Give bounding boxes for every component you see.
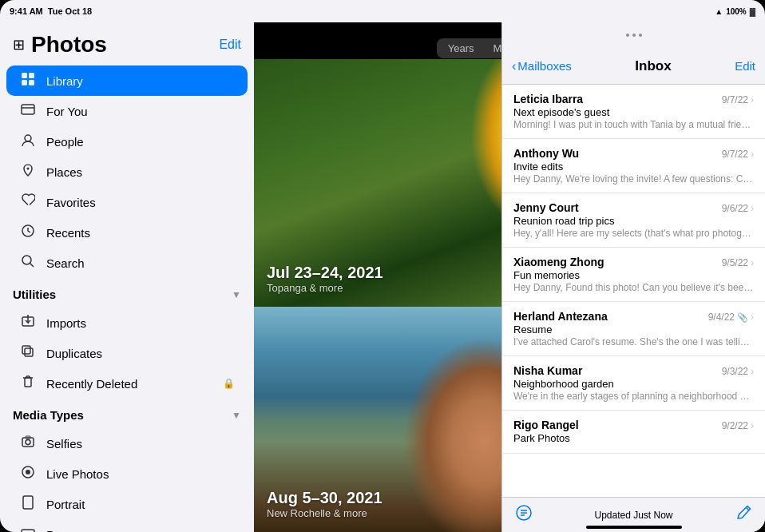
- mail-date-0: 9/7/22 ›: [722, 94, 754, 105]
- svg-rect-4: [22, 105, 34, 114]
- mail-subject-5: Neighborhood garden: [513, 378, 754, 390]
- mail-item-3[interactable]: Xiaomeng Zhong 9/5/22 › Fun memories Hey…: [502, 248, 765, 302]
- mail-item-2[interactable]: Jenny Court 9/6/22 › Reunion road trip p…: [502, 193, 765, 248]
- mail-sender-3: Xiaomeng Zhong: [513, 256, 604, 268]
- mail-date-6: 9/2/22 ›: [722, 420, 754, 431]
- mail-sender-1: Anthony Wu: [513, 147, 579, 160]
- recently-deleted-icon: [19, 375, 37, 392]
- svg-rect-18: [22, 438, 34, 447]
- mail-subject-2: Reunion road trip pics: [513, 215, 754, 227]
- photos-content: Years Months Days Jul 23–24, 2021 Topang…: [254, 22, 765, 532]
- mail-preview-4: I've attached Carol's resume. She's the …: [513, 336, 754, 347]
- media-types-section-header[interactable]: Media Types ▼: [0, 402, 254, 425]
- sidebar-item-search[interactable]: Search: [6, 248, 248, 278]
- places-label: Places: [46, 165, 235, 179]
- mail-item-5[interactable]: Nisha Kumar 9/3/22 › Neighborhood garden…: [502, 356, 765, 411]
- favorites-label: Favorites: [46, 196, 235, 209]
- attachment-icon: 📎: [737, 312, 748, 323]
- svg-rect-0: [22, 73, 27, 78]
- sidebar-edit-button[interactable]: Edit: [219, 38, 241, 52]
- mail-preview-0: Morning! I was put in touch with Tania b…: [513, 119, 754, 130]
- mail-item-6[interactable]: Rigo Rangel 9/2/22 › Park Photos: [502, 411, 765, 454]
- mail-item-4[interactable]: Herland Antezana 9/4/22 📎 › Resume I've …: [502, 302, 765, 356]
- library-label: Library: [46, 74, 235, 88]
- mail-header: ‹ Mailboxes Inbox Edit: [502, 48, 765, 85]
- sidebar-main-section: Library For You: [0, 62, 254, 281]
- sidebar-item-library[interactable]: Library: [6, 66, 248, 96]
- sidebar-item-favorites[interactable]: Favorites: [6, 187, 248, 217]
- dot-1: [626, 34, 629, 37]
- sidebar-item-duplicates[interactable]: Duplicates: [6, 338, 248, 368]
- sidebar-item-portrait[interactable]: Portrait: [6, 489, 248, 519]
- svg-line-10: [30, 264, 34, 268]
- mail-preview-3: Hey Danny, Found this photo! Can you bel…: [513, 282, 754, 293]
- mail-compose-button[interactable]: [735, 504, 752, 526]
- sidebar: ⊞ Photos Edit Library: [0, 22, 254, 532]
- mailboxes-label: Mailboxes: [517, 59, 572, 73]
- sidebar-item-selfies[interactable]: Selfies: [6, 428, 248, 459]
- mail-sender-6: Rigo Rangel: [513, 419, 579, 431]
- lock-icon: 🔒: [223, 378, 235, 389]
- live-photos-label: Live Photos: [46, 467, 235, 481]
- mail-preview-1: Hey Danny, We're loving the invite! A fe…: [513, 173, 754, 185]
- mail-edit-button[interactable]: Edit: [735, 59, 755, 73]
- chevron-icon: ›: [751, 420, 754, 431]
- mail-sender-5: Nisha Kumar: [513, 364, 582, 377]
- mail-subject-6: Park Photos: [513, 432, 754, 444]
- photo-location-1: Topanga & more: [267, 282, 383, 294]
- recently-deleted-label: Recently Deleted: [46, 377, 210, 391]
- mail-subject-4: Resume: [513, 324, 754, 335]
- battery-level: 100%: [726, 7, 747, 16]
- mail-panel: ‹ Mailboxes Inbox Edit Leticia Ibarra 9/…: [501, 22, 765, 532]
- chevron-icon: ›: [751, 366, 754, 377]
- dot-2: [632, 34, 636, 37]
- svg-point-19: [26, 440, 30, 445]
- mail-date-2: 9/6/22 ›: [722, 203, 754, 214]
- svg-rect-14: [25, 378, 31, 387]
- tab-years[interactable]: Years: [438, 40, 484, 57]
- sidebar-item-recents[interactable]: Recents: [6, 217, 248, 248]
- mail-sender-0: Leticia Ibarra: [513, 93, 583, 105]
- panoramas-icon: [19, 526, 37, 532]
- library-icon: [19, 72, 37, 89]
- sidebar-item-places[interactable]: Places: [6, 157, 248, 187]
- mail-date-3: 9/5/22 ›: [722, 257, 754, 268]
- mail-back-button[interactable]: ‹ Mailboxes: [512, 59, 572, 73]
- sidebar-item-people[interactable]: People: [6, 126, 248, 157]
- sidebar-item-for-you[interactable]: For You: [6, 96, 248, 126]
- mail-item-1[interactable]: Anthony Wu 9/7/22 › Invite edits Hey Dan…: [502, 139, 765, 193]
- search-label: Search: [46, 256, 235, 270]
- utilities-section-header[interactable]: Utilities ▼: [0, 281, 254, 304]
- people-icon: [19, 133, 37, 150]
- sidebar-item-live-photos[interactable]: Live Photos: [6, 459, 248, 489]
- sidebar-item-imports[interactable]: Imports: [6, 308, 248, 338]
- media-types-section: Selfies Live Photos: [0, 425, 254, 532]
- sidebar-item-panoramas[interactable]: Panoramas: [6, 519, 248, 532]
- status-time: 9:41 AM: [10, 6, 43, 16]
- mail-sender-4: Herland Antezana: [513, 310, 608, 323]
- mail-date-4: 9/4/22 📎 ›: [708, 312, 754, 323]
- svg-point-22: [26, 470, 30, 474]
- home-indicator: [586, 526, 682, 529]
- panoramas-label: Panoramas: [46, 528, 235, 533]
- favorites-icon: [19, 193, 37, 211]
- chevron-icon: ›: [751, 257, 754, 268]
- mail-item-0[interactable]: Leticia Ibarra 9/7/22 › Next episode's g…: [502, 85, 765, 139]
- svg-point-9: [22, 256, 31, 264]
- svg-point-6: [25, 135, 31, 141]
- mail-list-icon[interactable]: [515, 504, 533, 526]
- dot-3: [639, 34, 642, 37]
- mail-sender-2: Jenny Court: [513, 201, 579, 214]
- mail-list: Leticia Ibarra 9/7/22 › Next episode's g…: [502, 85, 765, 497]
- mail-inbox-title: Inbox: [635, 58, 671, 74]
- imports-icon: [19, 314, 37, 332]
- sidebar-toggle-icon[interactable]: ⊞: [13, 36, 25, 54]
- photo-caption-1: Jul 23–24, 2021 Topanga & more: [267, 264, 383, 294]
- recents-icon: [19, 224, 37, 241]
- svg-rect-1: [29, 73, 34, 78]
- duplicates-label: Duplicates: [46, 347, 235, 360]
- wifi-icon: ▲: [715, 7, 723, 16]
- svg-rect-12: [25, 348, 33, 356]
- sidebar-item-recently-deleted[interactable]: Recently Deleted 🔒: [6, 368, 248, 399]
- photo-location-2: New Rochelle & more: [267, 507, 382, 519]
